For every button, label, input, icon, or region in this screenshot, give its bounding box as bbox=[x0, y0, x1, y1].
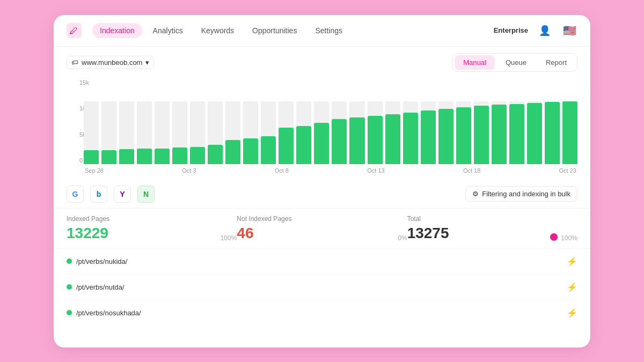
bing-icon[interactable]: b bbox=[90, 186, 107, 203]
bar-fill bbox=[474, 106, 489, 164]
engines-row: G b Y N ⚙ Filtering and indexing in bulk bbox=[54, 180, 590, 208]
bar-group bbox=[314, 78, 329, 164]
bar-group bbox=[368, 78, 383, 164]
chart-area bbox=[84, 78, 577, 164]
tab-queue[interactable]: Queue bbox=[497, 55, 535, 70]
bar-fill bbox=[172, 147, 187, 164]
app-card: 🖊 Indexation Analytics Keywords Opportun… bbox=[54, 15, 590, 348]
nav-indexation[interactable]: Indexation bbox=[92, 23, 142, 38]
bar-fill bbox=[438, 109, 453, 164]
naver-icon[interactable]: N bbox=[137, 186, 155, 203]
bar-fill bbox=[279, 128, 294, 164]
indexed-pages-pct: 100% bbox=[221, 234, 237, 242]
bar-fill bbox=[349, 117, 364, 164]
bar-group bbox=[225, 78, 240, 164]
x-axis-labels: Sep 28 Oct 3 Oct 8 Oct 13 Oct 18 Oct 23 bbox=[84, 167, 577, 174]
not-indexed-pages-pct: 0% bbox=[398, 234, 407, 242]
bolt-action-icon[interactable]: ⚡ bbox=[567, 282, 577, 292]
bar-fill bbox=[243, 138, 258, 164]
bar-group bbox=[243, 78, 258, 164]
bar-group bbox=[403, 78, 418, 164]
indexed-indicator bbox=[67, 284, 72, 290]
bar-fill bbox=[314, 123, 329, 164]
bar-fill bbox=[225, 140, 240, 164]
bar-fill bbox=[509, 104, 524, 164]
bar-group bbox=[527, 78, 542, 164]
bolt-action-icon[interactable]: ⚡ bbox=[567, 308, 577, 318]
site-name: www.munbeob.com bbox=[82, 58, 142, 67]
bar-group bbox=[137, 78, 152, 164]
bars-row bbox=[84, 78, 577, 164]
bolt-action-icon[interactable]: ⚡ bbox=[567, 256, 577, 267]
url-item: /pt/verbs/nosukhada/ ⚡ bbox=[67, 300, 577, 326]
header: 🖊 Indexation Analytics Keywords Opportun… bbox=[54, 15, 590, 47]
chevron-down-icon: ▾ bbox=[145, 58, 149, 67]
bar-fill bbox=[137, 149, 152, 164]
bar-group bbox=[279, 78, 294, 164]
bar-group bbox=[84, 78, 99, 164]
bar-fill bbox=[403, 113, 418, 164]
enterprise-badge: Enterprise bbox=[494, 26, 528, 34]
bar-group bbox=[438, 78, 453, 164]
bar-fill bbox=[119, 149, 134, 164]
bar-fill bbox=[332, 119, 347, 164]
nav-settings[interactable]: Settings bbox=[308, 23, 350, 38]
url-list: /pt/verbs/nukida/ ⚡ /pt/verbs/nutda/ ⚡ /… bbox=[54, 249, 590, 326]
bar-fill bbox=[421, 110, 436, 164]
bar-group bbox=[385, 78, 400, 164]
bar-fill bbox=[368, 116, 383, 164]
bar-group bbox=[492, 78, 507, 164]
bar-group bbox=[208, 78, 223, 164]
filter-indexing-button[interactable]: ⚙ Filtering and indexing in bulk bbox=[465, 186, 577, 202]
bar-fill bbox=[261, 136, 276, 164]
filter-label: Filtering and indexing in bulk bbox=[482, 190, 570, 198]
main-nav: Indexation Analytics Keywords Opportunit… bbox=[92, 23, 494, 38]
not-indexed-pages-value: 46 bbox=[237, 225, 253, 242]
bar-group bbox=[261, 78, 276, 164]
logo-icon: 🖊 bbox=[67, 23, 82, 38]
bar-fill bbox=[527, 103, 542, 164]
not-indexed-pages-stat: Not Indexed Pages 46 0% bbox=[237, 215, 407, 242]
bar-fill bbox=[562, 101, 577, 164]
user-icon[interactable]: 👤 bbox=[537, 23, 553, 39]
total-pages-stat: Total 13275 100% bbox=[407, 215, 577, 242]
bar-group bbox=[545, 78, 560, 164]
bar-fill bbox=[545, 102, 560, 164]
tab-manual[interactable]: Manual bbox=[455, 55, 495, 70]
view-tabs: Manual Queue Report bbox=[452, 53, 577, 72]
header-right: Enterprise 👤 🇺🇸 bbox=[494, 23, 577, 39]
nav-analytics[interactable]: Analytics bbox=[145, 23, 191, 38]
bar-group bbox=[562, 78, 577, 164]
bar-group bbox=[190, 78, 205, 164]
indexed-pages-value: 13229 bbox=[67, 225, 108, 242]
url-path: /pt/verbs/nosukhada/ bbox=[76, 309, 141, 317]
bar-group bbox=[474, 78, 489, 164]
url-item: /pt/verbs/nutda/ ⚡ bbox=[67, 275, 577, 300]
bar-fill bbox=[456, 107, 471, 164]
google-icon[interactable]: G bbox=[67, 186, 84, 203]
chart-container: 15k 10k 5k 0 Sep 28 Oct 3 Oct 8 Oct 13 O… bbox=[54, 78, 590, 180]
svg-text:🖊: 🖊 bbox=[69, 26, 78, 35]
bar-fill bbox=[84, 150, 99, 164]
indexed-indicator bbox=[67, 258, 72, 264]
tab-report[interactable]: Report bbox=[537, 55, 575, 70]
bar-fill bbox=[155, 149, 170, 164]
bar-group bbox=[421, 78, 436, 164]
yahoo-icon[interactable]: Y bbox=[114, 186, 131, 203]
bar-fill bbox=[101, 150, 116, 164]
bar-group bbox=[332, 78, 347, 164]
bar-fill bbox=[208, 145, 223, 164]
total-pages-pct: 100% bbox=[561, 234, 577, 242]
indexed-pages-stat: Indexed Pages 13229 100% bbox=[67, 215, 237, 242]
nav-keywords[interactable]: Keywords bbox=[194, 23, 241, 38]
bar-group bbox=[509, 78, 524, 164]
stats-row: Indexed Pages 13229 100% Not Indexed Pag… bbox=[54, 208, 590, 249]
site-selector[interactable]: 🏷 www.munbeob.com ▾ bbox=[67, 56, 154, 69]
bar-group bbox=[349, 78, 364, 164]
bar-group bbox=[296, 78, 311, 164]
bar-fill bbox=[296, 126, 311, 164]
url-path: /pt/verbs/nukida/ bbox=[76, 257, 127, 265]
nav-opportunities[interactable]: Opportunities bbox=[245, 23, 304, 38]
bar-group bbox=[456, 78, 471, 164]
flag-icon[interactable]: 🇺🇸 bbox=[561, 23, 577, 39]
